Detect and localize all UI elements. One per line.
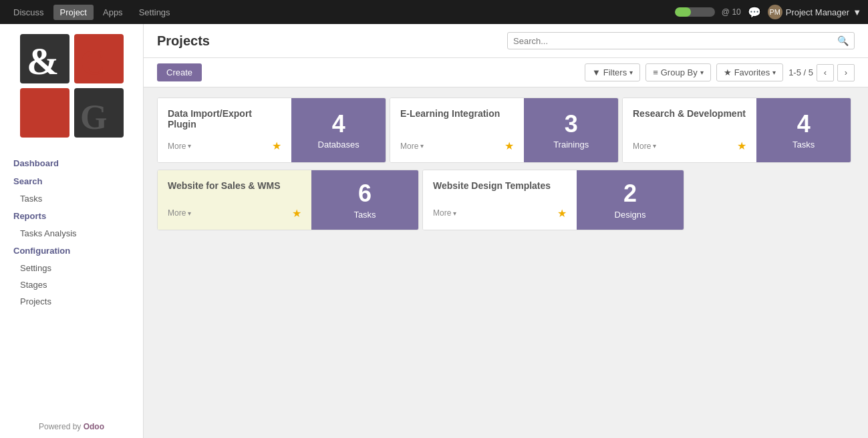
pagination-next[interactable]: ›: [837, 64, 855, 81]
stat-number: 4: [797, 111, 811, 138]
card-main-website-design: Website Design Templates More ▾ ★: [423, 170, 577, 230]
card-title: Data Import/Export Plugin: [168, 108, 281, 130]
user-menu-chevron: ▼: [853, 7, 861, 17]
card-footer: More ▾ ★: [433, 207, 567, 220]
card-title: Research & Development: [633, 108, 746, 119]
nav-settings[interactable]: Settings: [132, 5, 177, 20]
sidebar-footer: Powered by Odoo: [0, 415, 143, 438]
card-footer: More ▾ ★: [633, 140, 746, 152]
more-button[interactable]: More ▾: [168, 142, 191, 151]
svg-text:G: G: [80, 98, 107, 136]
svg-text:C: C: [80, 43, 106, 81]
project-card-website-sales: Website for Sales & WMS More ▾ ★ 6 Tasks: [157, 170, 419, 230]
sidebar-reports-section[interactable]: Reports: [0, 207, 143, 225]
stat-number: 6: [358, 180, 372, 207]
filter-icon: ▼: [592, 67, 601, 77]
card-title: E-Learning Integration: [400, 108, 514, 119]
sidebar-item-stages[interactable]: Stages: [0, 276, 143, 293]
card-footer: More ▾ ★: [168, 207, 301, 220]
loading-progress: [675, 7, 715, 17]
card-stat-designs: 2 Designs: [577, 170, 684, 230]
stat-number: 2: [623, 180, 637, 207]
groupby-button[interactable]: ≡ Group By ▾: [645, 63, 711, 81]
user-name: Project Manager: [786, 7, 849, 17]
content-header: Projects 🔍: [144, 24, 868, 58]
chat-icon[interactable]: 💬: [748, 6, 761, 19]
card-main-website-sales: Website for Sales & WMS More ▾ ★: [158, 170, 311, 230]
projects-row-1: Data Import/Export Plugin More ▾ ★ 4 Dat…: [157, 97, 855, 166]
more-button[interactable]: More ▾: [633, 142, 656, 151]
favorites-caret: ▾: [772, 69, 776, 76]
card-main-research: Research & Development More ▾ ★: [623, 98, 756, 162]
card-title: Website Design Templates: [433, 180, 567, 191]
stat-number: 3: [565, 111, 578, 138]
card-stat-trainings: 3 Trainings: [524, 98, 618, 162]
more-caret: ▾: [420, 142, 424, 150]
logo-svg: & C G: [20, 34, 124, 138]
nav-discuss[interactable]: Discuss: [7, 5, 51, 20]
sidebar-dashboard[interactable]: Dashboard: [0, 154, 143, 172]
favorite-star[interactable]: ★: [504, 140, 514, 152]
sidebar-configuration-section[interactable]: Configuration: [0, 242, 143, 260]
sidebar-item-settings[interactable]: Settings: [0, 260, 143, 276]
project-card-research: Research & Development More ▾ ★ 4 Tasks: [622, 97, 851, 163]
stat-label: Trainings: [553, 140, 589, 150]
card-stat-databases: 4 Databases: [291, 98, 386, 162]
project-card-elearning: E-Learning Integration More ▾ ★ 3 Traini…: [390, 97, 619, 163]
sidebar-nav: Dashboard Search Tasks Reports Tasks Ana…: [0, 148, 143, 415]
project-card-data-import: Data Import/Export Plugin More ▾ ★ 4 Dat…: [157, 97, 386, 163]
toolbar: Create ▼ Filters ▾ ≡ Group By ▾ ★ Favori…: [144, 58, 868, 87]
more-button[interactable]: More ▾: [433, 208, 456, 218]
favorite-star[interactable]: ★: [292, 207, 301, 220]
groupby-icon: ≡: [653, 67, 658, 77]
page-title: Projects: [157, 33, 210, 49]
notification-badge[interactable]: @ 10: [722, 7, 741, 17]
favorite-star[interactable]: ★: [737, 140, 746, 152]
favorite-star[interactable]: ★: [557, 207, 567, 220]
nav-apps[interactable]: Apps: [96, 5, 130, 20]
filters-button[interactable]: ▼ Filters ▾: [585, 63, 640, 81]
pagination: 1-5 / 5 ‹ ›: [788, 64, 855, 81]
card-footer: More ▾ ★: [400, 140, 514, 152]
card-stat-tasks-research: 4 Tasks: [756, 98, 851, 162]
search-input[interactable]: [513, 36, 833, 46]
more-caret: ▾: [188, 210, 191, 217]
card-stat-tasks-sales: 6 Tasks: [311, 170, 418, 230]
sidebar-item-tasks[interactable]: Tasks: [0, 190, 143, 207]
top-navigation: Discuss Project Apps Settings @ 10 💬 PM …: [0, 0, 868, 24]
favorites-button[interactable]: ★ Favorites ▾: [716, 63, 783, 81]
create-button[interactable]: Create: [157, 63, 202, 81]
sidebar-item-tasks-analysis[interactable]: Tasks Analysis: [0, 225, 143, 242]
card-title: Website for Sales & WMS: [168, 180, 301, 191]
star-icon: ★: [724, 67, 732, 77]
stat-label: Designs: [615, 210, 646, 220]
main-content: Projects 🔍 Create ▼ Filters ▾ ≡ Group By…: [144, 24, 868, 438]
card-main-data-import: Data Import/Export Plugin More ▾ ★: [158, 98, 291, 162]
stat-label: Tasks: [792, 140, 815, 150]
projects-row-2: Website for Sales & WMS More ▾ ★ 6 Tasks: [157, 170, 855, 234]
groupby-caret: ▾: [700, 69, 704, 76]
more-caret: ▾: [653, 142, 656, 150]
avatar: PM: [768, 5, 782, 19]
cards-area: Data Import/Export Plugin More ▾ ★ 4 Dat…: [144, 87, 868, 438]
sidebar-logo: & C G: [0, 24, 143, 148]
card-main-elearning: E-Learning Integration More ▾ ★: [390, 98, 524, 162]
stat-label: Tasks: [353, 210, 376, 220]
sidebar-search-section[interactable]: Search: [0, 172, 143, 190]
stat-label: Databases: [318, 140, 359, 150]
svg-text:&: &: [27, 39, 59, 83]
more-button[interactable]: More ▾: [400, 142, 424, 151]
sidebar-item-projects[interactable]: Projects: [0, 293, 143, 310]
search-icon[interactable]: 🔍: [837, 35, 849, 46]
nav-project[interactable]: Project: [53, 5, 94, 20]
sidebar: & C G Dashboard Search Tasks Reports Tas…: [0, 24, 144, 438]
search-bar: 🔍: [507, 32, 855, 49]
user-menu[interactable]: PM Project Manager ▼: [768, 5, 861, 19]
more-caret: ▾: [453, 210, 456, 217]
more-caret: ▾: [188, 142, 191, 150]
pagination-prev[interactable]: ‹: [817, 64, 834, 81]
svg-rect-2: [20, 88, 69, 138]
project-card-website-design: Website Design Templates More ▾ ★ 2 Desi…: [422, 170, 684, 230]
more-button[interactable]: More ▾: [168, 208, 191, 218]
favorite-star[interactable]: ★: [272, 140, 281, 152]
